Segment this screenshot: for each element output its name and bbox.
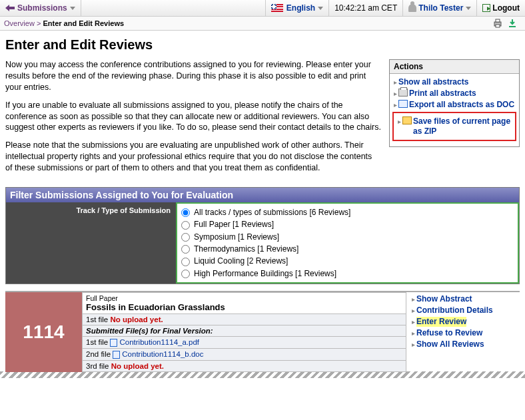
- filter-option-all[interactable]: All tracks / types of submissions [6 Rev…: [181, 206, 514, 218]
- action-label[interactable]: Save files of current page as ZIP: [413, 116, 511, 136]
- action-label[interactable]: Show all abstracts: [398, 77, 468, 87]
- action-label[interactable]: Print all abstracts: [409, 89, 476, 99]
- top-bar: Submissions English 10:42:21 am CET Thil…: [0, 0, 525, 17]
- arrow-icon: ▸: [412, 294, 415, 304]
- flag-uk-icon: [271, 4, 283, 12]
- zip-icon: [402, 116, 412, 124]
- nav-submissions-link[interactable]: Submissions: [17, 3, 67, 13]
- file-row-1: 1st file Contribution1114_a.pdf: [83, 336, 406, 348]
- action-save-zip-highlight: ▸ Save files of current page as ZIP: [392, 112, 516, 141]
- filter-radio[interactable]: [181, 245, 190, 254]
- final-version-heading: Submitted File(s) for Final Version:: [83, 325, 406, 336]
- breadcrumb-row: Overview > Enter and Edit Reviews: [0, 17, 525, 31]
- submission-body: Full Paper Fossils in Ecuadorian Grassla…: [82, 292, 406, 372]
- language-label: English: [286, 3, 315, 13]
- print-icon: [398, 89, 408, 97]
- actions-box: Actions ▸ Show all abstracts ▸ Print all…: [389, 59, 520, 147]
- file-icon: [110, 339, 117, 347]
- torn-edge: [0, 371, 525, 378]
- chevron-down-icon: [70, 7, 75, 10]
- filter-option-text: All tracks / types of submissions [6 Rev…: [194, 208, 350, 217]
- filter-option-fullpaper[interactable]: Full Paper [1 Reviews]: [181, 218, 514, 230]
- language-selector[interactable]: English: [265, 0, 328, 16]
- intro-p1: Now you may access the conference contri…: [5, 59, 381, 93]
- link-label[interactable]: Refuse to Review: [416, 328, 482, 338]
- logout-icon: [482, 4, 490, 12]
- breadcrumb-root[interactable]: Overview: [4, 19, 35, 27]
- logout-button[interactable]: Logout: [476, 0, 525, 16]
- file-icon: [113, 351, 120, 359]
- link-enter-review[interactable]: ▸Enter Review: [409, 316, 517, 327]
- file-link[interactable]: Contribution1114_b.doc: [122, 350, 203, 358]
- print-icon[interactable]: [493, 19, 502, 28]
- submission-title: Fossils in Ecuadorian Grasslands: [86, 302, 225, 312]
- user-menu[interactable]: Thilo Tester: [402, 0, 476, 16]
- clock: 10:42:21 am CET: [328, 0, 402, 16]
- action-export-doc[interactable]: ▸ Export all abstracts as DOC: [391, 99, 518, 110]
- filter-heading: Filter Submissions Assigned to You for E…: [6, 188, 519, 202]
- filter-radio[interactable]: [181, 270, 190, 278]
- file-label: 3rd file: [86, 362, 109, 370]
- file-label: 2nd file: [86, 350, 111, 358]
- filter-box: Filter Submissions Assigned to You for E…: [5, 187, 520, 284]
- arrow-icon: ▸: [412, 328, 415, 338]
- filter-label: Track / Type of Submission: [6, 202, 176, 284]
- file-row-2: 2nd file Contribution1114_b.doc: [83, 348, 406, 360]
- file-row-initial: 1st file No upload yet.: [83, 314, 406, 325]
- filter-radio[interactable]: [181, 258, 190, 266]
- link-show-all-reviews[interactable]: ▸Show All Reviews: [409, 339, 517, 350]
- filter-option-text: High Performance Buildings [1 Reviews]: [194, 269, 336, 278]
- doc-icon: [398, 100, 408, 108]
- file-label: 1st file: [86, 338, 108, 346]
- link-contribution-details[interactable]: ▸Contribution Details: [409, 305, 517, 316]
- svg-rect-3: [509, 26, 516, 27]
- breadcrumb: Overview > Enter and Edit Reviews: [4, 19, 124, 27]
- chevron-down-icon: [466, 7, 471, 10]
- link-label[interactable]: Enter Review: [416, 317, 466, 327]
- link-label[interactable]: Show All Reviews: [416, 339, 484, 349]
- filter-option-hpb[interactable]: High Performance Buildings [1 Reviews]: [181, 268, 514, 280]
- user-name: Thilo Tester: [418, 3, 463, 13]
- link-label[interactable]: Contribution Details: [416, 306, 493, 315]
- file-link[interactable]: Contribution1114_a.pdf: [119, 338, 199, 346]
- filter-option-liquid[interactable]: Liquid Cooling [2 Reviews]: [181, 255, 514, 267]
- submission-type: Full Paper: [86, 294, 118, 302]
- svg-rect-2: [496, 25, 500, 27]
- filter-radio[interactable]: [181, 221, 190, 230]
- arrow-icon: ▸: [394, 100, 397, 110]
- submission-row: 1114 Full Paper Fossils in Ecuadorian Gr…: [5, 291, 520, 372]
- filter-option-symposium[interactable]: Symposium [1 Reviews]: [181, 231, 514, 243]
- page-title: Enter and Edit Reviews: [0, 31, 525, 59]
- filter-option-text: Thermodynamics [1 Reviews]: [194, 244, 298, 254]
- file-label: 1st file: [86, 315, 108, 323]
- arrow-icon: ▸: [394, 77, 397, 87]
- filter-radio[interactable]: [181, 208, 190, 217]
- submission-id: 1114: [5, 292, 82, 372]
- link-label[interactable]: Show Abstract: [416, 294, 472, 304]
- filter-options: All tracks / types of submissions [6 Rev…: [176, 202, 519, 284]
- back-arrow-icon: [5, 5, 15, 11]
- link-show-abstract[interactable]: ▸Show Abstract: [409, 294, 517, 305]
- intro-text: Now you may access the conference contri…: [5, 59, 381, 180]
- action-print-all-abstracts[interactable]: ▸ Print all abstracts: [391, 88, 518, 99]
- logout-label: Logout: [492, 3, 520, 13]
- file-none: No upload yet.: [111, 362, 164, 370]
- file-none: No upload yet.: [110, 315, 163, 323]
- arrow-icon: ▸: [412, 339, 415, 349]
- action-show-all-abstracts[interactable]: ▸ Show all abstracts: [391, 77, 518, 88]
- actions-heading: Actions: [390, 60, 519, 74]
- file-row-3: 3rd file No upload yet.: [83, 360, 406, 371]
- filter-option-text: Full Paper [1 Reviews]: [194, 220, 274, 229]
- link-refuse-review[interactable]: ▸Refuse to Review: [409, 327, 517, 339]
- clock-text: 10:42:21 am CET: [334, 3, 397, 13]
- filter-option-text: Liquid Cooling [2 Reviews]: [194, 256, 288, 266]
- action-label[interactable]: Export all abstracts as DOC: [409, 100, 514, 110]
- download-icon[interactable]: [508, 19, 517, 28]
- filter-option-thermo[interactable]: Thermodynamics [1 Reviews]: [181, 243, 514, 255]
- filter-option-text: Symposium [1 Reviews]: [194, 232, 279, 242]
- topbar-spacer: [81, 0, 265, 16]
- intro-p2: If you are unable to evaluate all submis…: [5, 100, 381, 134]
- nav-submissions[interactable]: Submissions: [0, 0, 81, 16]
- action-save-zip[interactable]: ▸ Save files of current page as ZIP: [395, 116, 514, 137]
- filter-radio[interactable]: [181, 233, 190, 242]
